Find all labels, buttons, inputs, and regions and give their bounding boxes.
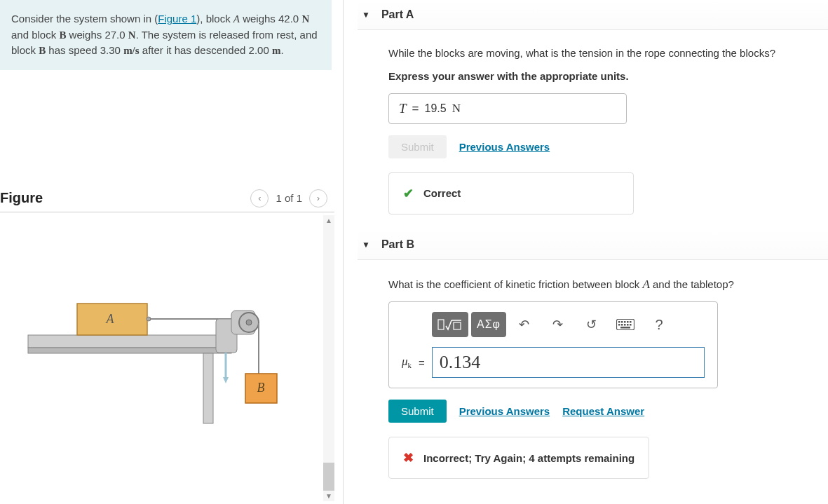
part-b-toolbar: ΑΣφ ↶ ↷ ↺ ? <box>402 312 705 337</box>
part-a-previous-answers-link[interactable]: Previous Answers <box>459 141 550 153</box>
part-a-answer-box: T = 19.5 N <box>388 93 627 124</box>
unit-ms: m/s <box>123 45 140 56</box>
figure-link[interactable]: Figure 1 <box>158 13 196 25</box>
part-a-feedback: ✔ Correct <box>388 172 634 214</box>
help-button[interactable]: ? <box>644 312 674 337</box>
block-b-symbol: B <box>39 45 46 56</box>
caret-down-icon: ▼ <box>362 240 370 250</box>
part-b-input-row: μk = <box>402 347 705 378</box>
block-b-symbol: B <box>59 29 66 41</box>
block-a-label: A <box>106 312 115 326</box>
template-tool-button[interactable] <box>432 312 468 337</box>
svg-rect-25 <box>624 324 626 326</box>
svg-rect-1 <box>28 348 231 353</box>
figure-header: Figure ‹ 1 of 1 › <box>0 189 334 212</box>
svg-rect-26 <box>627 324 629 326</box>
svg-marker-11 <box>223 377 229 383</box>
figure-page-label: 1 of 1 <box>276 192 302 204</box>
part-a-buttons: Submit Previous Answers <box>388 135 828 158</box>
svg-rect-27 <box>630 324 632 326</box>
caret-down-icon: ▼ <box>362 10 370 20</box>
problem-text: weighs 27.0 <box>66 29 128 41</box>
part-a-instruction: Express your answer with the appropriate… <box>388 70 828 82</box>
part-b-question: What is the coefficient of kinetic frict… <box>388 275 828 294</box>
part-b-submit-button[interactable]: Submit <box>388 400 447 423</box>
part-a-variable: T <box>399 101 407 116</box>
part-a-body: While the blocks are moving, what is the… <box>358 30 828 230</box>
svg-point-5 <box>147 317 151 321</box>
part-b-value-input[interactable] <box>432 347 705 378</box>
part-b-input-tool: ΑΣφ ↶ ↷ ↺ ? μk = <box>388 301 718 388</box>
unit-m: m <box>272 45 281 56</box>
svg-rect-19 <box>621 321 623 323</box>
part-b-request-answer-link[interactable]: Request Answer <box>562 405 644 417</box>
svg-rect-23 <box>618 324 620 326</box>
figure-pager: ‹ 1 of 1 › <box>250 189 327 207</box>
part-b-question-text: and the tabletop? <box>650 278 734 290</box>
right-column: ▼ Part A While the blocks are moving, wh… <box>344 0 828 504</box>
scroll-up-icon[interactable]: ▲ <box>325 215 332 226</box>
part-b-title: Part B <box>381 238 414 251</box>
figure-next-button[interactable]: › <box>309 189 327 207</box>
undo-button[interactable]: ↶ <box>509 312 540 337</box>
cross-icon: ✖ <box>403 450 414 465</box>
equals-sign: = <box>419 357 425 369</box>
svg-rect-0 <box>28 335 231 348</box>
svg-rect-28 <box>620 327 630 329</box>
part-a-title: Part A <box>381 8 414 21</box>
scroll-thumb[interactable] <box>323 463 334 491</box>
figure-scrollbar[interactable]: ▲ ▼ <box>323 215 334 502</box>
figure-diagram: A B <box>21 268 301 437</box>
block-a-symbol: A <box>233 13 240 25</box>
block-a-symbol: A <box>642 278 649 291</box>
block-b-label: B <box>257 381 265 395</box>
part-b-header[interactable]: ▼ Part B <box>358 230 828 260</box>
figure-title: Figure <box>0 190 43 206</box>
svg-rect-18 <box>618 321 620 323</box>
redo-button[interactable]: ↷ <box>543 312 574 337</box>
problem-text: has speed 3.30 <box>46 44 123 56</box>
problem-text: and block <box>11 29 59 41</box>
part-a-submit-button: Submit <box>388 135 447 158</box>
figure-prev-button[interactable]: ‹ <box>250 189 269 207</box>
keyboard-button[interactable] <box>610 312 641 337</box>
part-b-feedback: ✖ Incorrect; Try Again; 4 attempts remai… <box>388 437 649 479</box>
problem-text: weighs 42.0 <box>240 13 301 25</box>
part-b-question-text: What is the coefficient of kinetic frict… <box>388 278 642 290</box>
svg-rect-21 <box>627 321 629 323</box>
reset-button[interactable]: ↺ <box>576 312 607 337</box>
part-b-body: What is the coefficient of kinetic frict… <box>358 260 828 495</box>
unit-n: N <box>301 13 309 25</box>
svg-rect-20 <box>624 321 626 323</box>
part-b-previous-answers-link[interactable]: Previous Answers <box>459 405 550 417</box>
left-column: Consider the system shown in (Figure 1),… <box>0 0 344 504</box>
svg-rect-24 <box>621 324 623 326</box>
part-b-buttons: Submit Previous Answers Request Answer <box>388 400 828 423</box>
problem-text: ), block <box>196 13 233 25</box>
part-b-feedback-text: Incorrect; Try Again; 4 attempts remaini… <box>423 452 634 464</box>
svg-rect-22 <box>630 321 632 323</box>
part-a-header[interactable]: ▼ Part A <box>358 0 828 30</box>
svg-point-9 <box>246 320 252 325</box>
problem-text: . <box>280 44 283 56</box>
part-a-question: While the blocks are moving, what is the… <box>388 46 828 62</box>
svg-rect-14 <box>438 320 444 329</box>
unit-n: N <box>128 29 136 41</box>
problem-statement: Consider the system shown in (Figure 1),… <box>0 0 332 70</box>
problem-text: Consider the system shown in ( <box>11 13 158 25</box>
part-b-variable: μk <box>402 355 412 369</box>
svg-rect-2 <box>203 353 213 423</box>
check-icon: ✔ <box>403 186 414 201</box>
part-a-feedback-text: Correct <box>423 187 461 199</box>
svg-rect-16 <box>454 322 461 329</box>
part-a-value: 19.5 <box>425 102 447 115</box>
part-a-unit: N <box>452 102 461 116</box>
problem-text: after it has descended 2.00 <box>140 44 272 56</box>
scroll-down-icon[interactable]: ▼ <box>325 491 332 501</box>
figure-body: A B ▲ ▼ <box>0 212 334 505</box>
equals-sign: = <box>412 102 419 116</box>
greek-tool-button[interactable]: ΑΣφ <box>471 312 506 337</box>
